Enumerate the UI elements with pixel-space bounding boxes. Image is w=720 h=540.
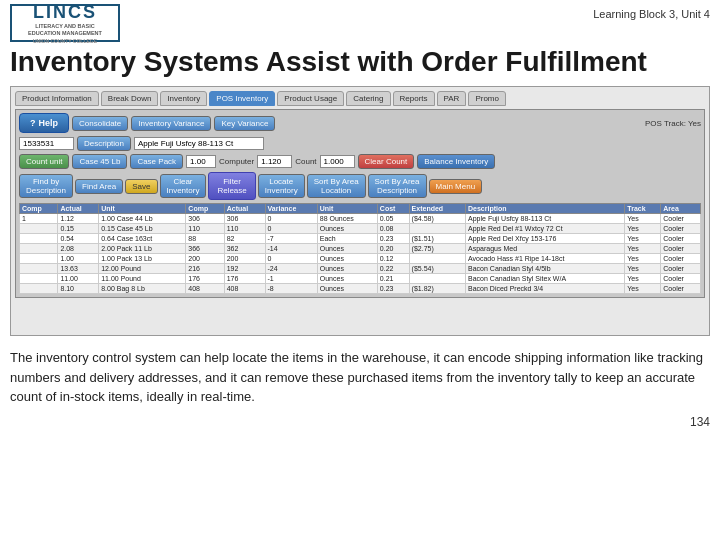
tab-reports[interactable]: Reports <box>393 91 435 106</box>
tab-product-information[interactable]: Product Information <box>15 91 99 106</box>
btn-row-4: Find byDescription Find Area Save ClearI… <box>19 172 701 200</box>
table-row: 11.0011.00 Pound176176-1Ounces0.21Bacon … <box>20 274 701 284</box>
logo-area: LINCS LITERACY AND BASICEDUCATION MANAGE… <box>10 4 120 44</box>
tab-breakdown[interactable]: Break Down <box>101 91 159 106</box>
clear-inventory-button[interactable]: ClearInventory <box>160 174 207 198</box>
tab-pos-inventory[interactable]: POS Inventory <box>209 91 275 106</box>
tab-catering[interactable]: Catering <box>346 91 390 106</box>
pos-track: POS Track: Yes <box>645 119 701 128</box>
btn-row-3: Count unit Case 45 Lb Case Pack Computer… <box>19 154 701 169</box>
filter-button[interactable]: FilterRelease <box>208 172 255 200</box>
help-label: Help <box>39 118 59 128</box>
find-by-description-button[interactable]: Find byDescription <box>19 174 73 198</box>
table-row: 0.540.64 Case 163ct8882-7Each0.23($1.51)… <box>20 234 701 244</box>
col-comp2: Comp <box>186 204 224 214</box>
btn-row-2: Description <box>19 136 701 151</box>
description-input[interactable] <box>134 137 264 150</box>
learning-block: Learning Block 3, Unit 4 <box>593 8 710 20</box>
consolidate-button[interactable]: Consolidate <box>72 116 128 131</box>
computer-label: Computer <box>219 157 254 166</box>
col-variance: Variance <box>265 204 317 214</box>
col-track: Track <box>625 204 661 214</box>
col-unit2: Unit <box>317 204 377 214</box>
inventory-table-container: Comp Actual Unit Comp Actual Variance Un… <box>19 203 701 294</box>
count-label: Count <box>295 157 316 166</box>
inner-content: ? Help Consolidate Inventory Variance Ke… <box>15 109 705 298</box>
item-number-input[interactable] <box>19 137 74 150</box>
help-button[interactable]: ? Help <box>19 113 69 133</box>
sort-area-location-button[interactable]: Sort By AreaLocation <box>307 174 366 198</box>
header: LINCS LITERACY AND BASICEDUCATION MANAGE… <box>0 0 720 44</box>
inventory-variance-button[interactable]: Inventory Variance <box>131 116 211 131</box>
locate-inventory-button[interactable]: LocateInventory <box>258 174 305 198</box>
key-variance-button[interactable]: Key Variance <box>214 116 275 131</box>
col-extended: Extended <box>409 204 465 214</box>
case-pack-button[interactable]: Case Pack <box>130 154 183 169</box>
tab-par[interactable]: PAR <box>437 91 467 106</box>
computer-input[interactable] <box>257 155 292 168</box>
table-row: 13.6312.00 Pound216192-24Ounces0.22($5.5… <box>20 264 701 274</box>
description-button[interactable]: Description <box>77 136 131 151</box>
logo-college: UNION COUNTY COLLEGE <box>33 38 97 44</box>
tab-inventory[interactable]: Inventory <box>160 91 207 106</box>
table-row: 1.001.00 Pack 13 Lb2002000Ounces0.12Avoc… <box>20 254 701 264</box>
find-area-button[interactable]: Find Area <box>75 179 123 194</box>
screenshot-container: Product Information Break Down Inventory… <box>10 86 710 336</box>
col-actual2: Actual <box>224 204 265 214</box>
table-row: 8.108.00 Bag 8 Lb408408-8Ounces0.23($1.8… <box>20 284 701 294</box>
col-cost: Cost <box>377 204 409 214</box>
table-row: 11.121.00 Case 44 Lb306306088 Ounces0.05… <box>20 214 701 224</box>
case-45-lb-button[interactable]: Case 45 Lb <box>72 154 127 169</box>
col-description: Description <box>466 204 625 214</box>
inventory-table: Comp Actual Unit Comp Actual Variance Un… <box>19 203 701 294</box>
table-row: 0.150.15 Case 45 Lb1101100Ounces0.08Appl… <box>20 224 701 234</box>
help-icon: ? <box>30 118 36 128</box>
logo-box: LINCS LITERACY AND BASICEDUCATION MANAGE… <box>10 4 120 42</box>
col-comp1: Comp <box>20 204 58 214</box>
tab-product-usage[interactable]: Product Usage <box>277 91 344 106</box>
main-menu-button[interactable]: Main Menu <box>429 179 483 194</box>
page-title: Inventory Systems Assist with Order Fulf… <box>0 44 720 86</box>
logo-lincs: LINCS <box>33 2 97 23</box>
btn-row-1: ? Help Consolidate Inventory Variance Ke… <box>19 113 701 133</box>
table-row: 2.082.00 Pack 11 Lb366362-14Ounces0.20($… <box>20 244 701 254</box>
tab-promo[interactable]: Promo <box>468 91 506 106</box>
table-body: 11.121.00 Case 44 Lb306306088 Ounces0.05… <box>20 214 701 294</box>
col-unit1: Unit <box>99 204 186 214</box>
clear-count-button[interactable]: Clear Count <box>358 154 415 169</box>
description-text: The inventory control system can help lo… <box>0 336 720 413</box>
count-input[interactable] <box>320 155 355 168</box>
save-button[interactable]: Save <box>125 179 157 194</box>
description-content: The inventory control system can help lo… <box>10 350 703 404</box>
table-header: Comp Actual Unit Comp Actual Variance Un… <box>20 204 701 214</box>
logo-subtitle: LITERACY AND BASICEDUCATION MANAGEMENT <box>28 23 102 36</box>
page-number: 134 <box>0 413 720 431</box>
balance-inventory-button[interactable]: Balance Inventory <box>417 154 495 169</box>
col-area: Area <box>661 204 701 214</box>
col-actual1: Actual <box>58 204 99 214</box>
case-pack-input[interactable] <box>186 155 216 168</box>
count-unit-button[interactable]: Count unit <box>19 154 69 169</box>
tabs-row: Product Information Break Down Inventory… <box>15 91 705 106</box>
sort-area-description-button[interactable]: Sort By AreaDescription <box>368 174 427 198</box>
